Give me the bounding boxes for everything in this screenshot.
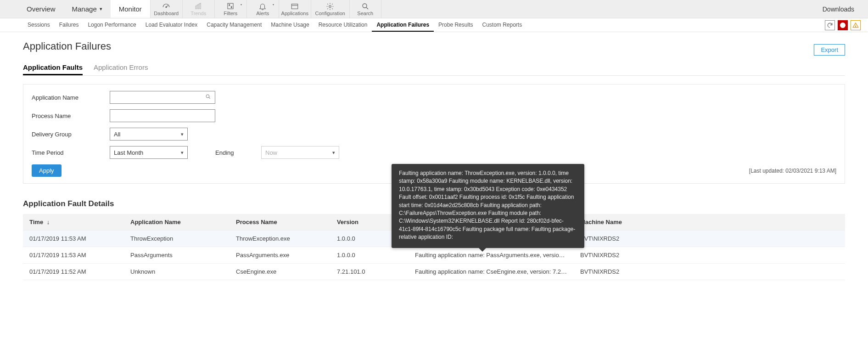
cell-time: 01/17/2019 11:53 AM bbox=[23, 231, 124, 247]
input-app-name-wrap bbox=[110, 91, 215, 104]
subtab-sessions[interactable]: Sessions bbox=[23, 18, 55, 32]
page-title: Application Failures bbox=[23, 40, 111, 52]
subtab-resource[interactable]: Resource Utilization bbox=[314, 18, 372, 32]
filters-icon bbox=[226, 2, 235, 11]
select-time-period[interactable]: Last Month ▾ bbox=[110, 146, 188, 159]
cell-mach: BVT\NIXRDS2 bbox=[574, 247, 845, 264]
subtab-failures[interactable]: Failures bbox=[55, 18, 84, 32]
apply-button[interactable]: Apply bbox=[32, 164, 62, 177]
search-icon bbox=[205, 94, 211, 101]
subtab-capacity[interactable]: Capacity Management bbox=[202, 18, 266, 32]
cell-app: ThrowException bbox=[124, 231, 230, 247]
col-time[interactable]: Time ↓ bbox=[23, 214, 124, 231]
label-delivery-group: Delivery Group bbox=[32, 131, 110, 138]
chevron-down-icon: ▾ bbox=[181, 131, 184, 137]
cell-app: PassArguments bbox=[124, 247, 230, 264]
description-tooltip: Faulting application name: ThrowExceptio… bbox=[392, 164, 584, 248]
chevron-down-icon: ▾ bbox=[273, 3, 274, 6]
cell-ver: 1.0.0.0 bbox=[330, 247, 409, 264]
svg-rect-7 bbox=[292, 4, 298, 9]
col-app-name[interactable]: Application Name bbox=[124, 214, 230, 231]
gauge-icon bbox=[162, 2, 171, 11]
tab-monitor[interactable]: Monitor bbox=[111, 0, 150, 18]
nav-dashboard[interactable]: Dashboard bbox=[150, 0, 182, 18]
subtab-probe[interactable]: Probe Results bbox=[434, 18, 477, 32]
cell-mach: BVT\NIXRDS2 bbox=[574, 264, 845, 280]
trends-icon bbox=[194, 2, 203, 11]
input-app-name[interactable] bbox=[114, 91, 205, 103]
svg-rect-2 bbox=[198, 5, 199, 9]
chevron-down-icon: ▾ bbox=[100, 6, 102, 12]
top-bar: Overview Manage ▾ Monitor Dashboard Tren… bbox=[0, 0, 868, 18]
export-button[interactable]: Export bbox=[814, 44, 845, 56]
nav-alerts[interactable]: Alerts ▾ bbox=[246, 0, 279, 18]
cell-app: Unknown bbox=[124, 264, 230, 280]
svg-rect-4 bbox=[228, 3, 233, 9]
cell-proc: CseEngine.exe bbox=[230, 264, 330, 280]
cell-proc: PassArguments.exe bbox=[230, 247, 330, 264]
bell-icon bbox=[258, 2, 267, 11]
chevron-down-icon: ▾ bbox=[181, 150, 184, 156]
nav-trends[interactable]: Trends bbox=[182, 0, 214, 18]
col-machine-name[interactable]: Machine Name bbox=[574, 214, 845, 231]
search-icon bbox=[361, 2, 370, 11]
downloads-link[interactable]: Downloads bbox=[809, 0, 868, 18]
select-delivery-group[interactable]: All ▾ bbox=[110, 128, 188, 141]
refresh-button[interactable] bbox=[825, 20, 835, 30]
tab-manage[interactable]: Manage ▾ bbox=[64, 0, 111, 18]
input-process-name[interactable] bbox=[114, 110, 211, 122]
cell-desc: Faulting application name: PassArguments… bbox=[409, 247, 574, 264]
subtab-logon[interactable]: Logon Performance bbox=[83, 18, 140, 32]
cell-ver: 7.21.101.0 bbox=[330, 264, 409, 280]
subtab-load[interactable]: Load Evaluator Index bbox=[141, 18, 202, 32]
table-row[interactable]: 01/17/2019 11:52 AM Unknown CseEngine.ex… bbox=[23, 264, 845, 280]
chevron-down-icon: ▾ bbox=[241, 3, 242, 6]
tab-app-faults[interactable]: Application Faults bbox=[23, 61, 83, 75]
nav-configuration[interactable]: Configuration bbox=[311, 0, 349, 18]
subtab-app-failures[interactable]: Application Failures bbox=[372, 18, 434, 32]
cell-time: 01/17/2019 11:52 AM bbox=[23, 264, 124, 280]
svg-rect-1 bbox=[196, 6, 196, 9]
label-process-name: Process Name bbox=[32, 113, 110, 119]
sub-nav: Sessions Failures Logon Performance Load… bbox=[0, 18, 868, 32]
critical-alert-icon[interactable] bbox=[838, 20, 848, 30]
nav-search[interactable]: Search bbox=[349, 0, 381, 18]
svg-point-9 bbox=[363, 4, 367, 8]
warning-alert-icon[interactable] bbox=[851, 20, 861, 30]
tab-app-errors[interactable]: Application Errors bbox=[94, 61, 148, 75]
label-app-name: Application Name bbox=[32, 94, 110, 101]
input-process-name-wrap bbox=[110, 109, 215, 122]
cell-mach: BVT\NIXRDS2 bbox=[574, 231, 845, 247]
cell-time: 01/17/2019 11:53 AM bbox=[23, 247, 124, 264]
subtab-custom[interactable]: Custom Reports bbox=[477, 18, 526, 32]
label-ending: Ending bbox=[215, 149, 261, 156]
gear-icon bbox=[325, 2, 335, 11]
svg-point-11 bbox=[842, 26, 843, 27]
cell-desc: Faulting application name: CseEngine.exe… bbox=[409, 264, 574, 280]
label-time-period: Time Period bbox=[32, 149, 110, 156]
svg-point-8 bbox=[329, 5, 331, 7]
svg-point-13 bbox=[206, 95, 209, 98]
cell-proc: ThrowException.exe bbox=[230, 231, 330, 247]
nav-applications[interactable]: Applications bbox=[279, 0, 311, 18]
tab-overview[interactable]: Overview bbox=[18, 0, 64, 18]
last-updated: [Last updated: 02/03/2021 9:13 AM] bbox=[749, 168, 836, 174]
svg-point-12 bbox=[855, 26, 856, 27]
svg-rect-3 bbox=[200, 4, 201, 9]
sort-desc-icon: ↓ bbox=[47, 219, 50, 225]
table-row[interactable]: 01/17/2019 11:53 AM PassArguments PassAr… bbox=[23, 247, 845, 264]
subtab-machine[interactable]: Machine Usage bbox=[266, 18, 314, 32]
nav-filters[interactable]: Filters ▾ bbox=[214, 0, 246, 18]
window-icon bbox=[290, 2, 299, 11]
select-ending[interactable]: Now ▾ bbox=[261, 146, 339, 159]
chevron-down-icon: ▾ bbox=[332, 150, 335, 156]
col-process-name[interactable]: Process Name bbox=[230, 214, 330, 231]
